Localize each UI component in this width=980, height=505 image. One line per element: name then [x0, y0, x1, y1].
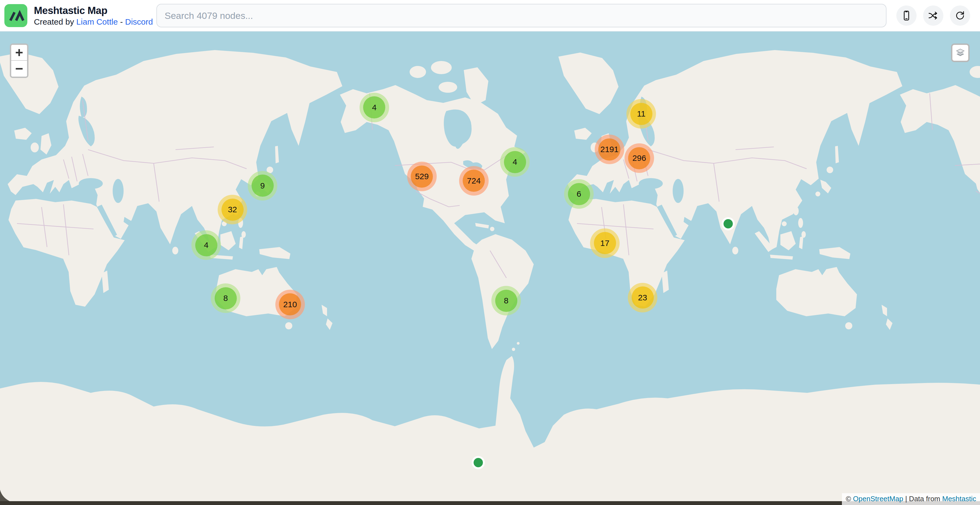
shuffle-icon: [928, 10, 939, 21]
cluster-count: 529: [411, 166, 433, 188]
top-bar: Meshtastic Map Created by Liam Cottle - …: [0, 0, 980, 32]
cluster-marker[interactable]: 4: [191, 230, 221, 260]
cluster-count: 8: [215, 287, 237, 309]
zoom-control: + −: [10, 43, 29, 78]
cluster-marker[interactable]: 2191: [595, 135, 624, 164]
header-buttons: [890, 5, 970, 26]
zoom-in-button[interactable]: +: [11, 45, 27, 61]
cluster-count: 23: [632, 287, 654, 309]
osm-link[interactable]: OpenStreetMap: [853, 495, 904, 503]
meshtastic-logo-icon: [5, 4, 27, 27]
cluster-count: 11: [630, 103, 652, 125]
subtitle: Created by Liam Cottle - Discord: [34, 17, 151, 27]
page-title: Meshtastic Map: [34, 5, 151, 17]
cluster-marker[interactable]: 4: [500, 147, 530, 177]
cluster-count: 17: [594, 232, 616, 254]
refresh-icon: [955, 10, 966, 21]
shuffle-button[interactable]: [923, 5, 943, 26]
subtitle-separator: -: [120, 17, 123, 26]
cluster-marker[interactable]: 6: [564, 179, 593, 209]
refresh-button[interactable]: [950, 5, 970, 26]
cluster-count: 296: [628, 147, 650, 169]
markers-layer: 4112191296452972496321748210823: [0, 32, 980, 505]
author-link[interactable]: Liam Cottle: [76, 17, 118, 26]
node-marker[interactable]: [722, 217, 735, 230]
zoom-out-button[interactable]: −: [11, 61, 27, 76]
cluster-marker[interactable]: 296: [625, 143, 654, 173]
copyright-symbol: ©: [846, 495, 851, 503]
cluster-marker[interactable]: 8: [492, 286, 521, 315]
cluster-count: 32: [221, 199, 243, 221]
mobile-app-button[interactable]: [896, 5, 916, 26]
attribution-middle: | Data from: [905, 495, 940, 503]
map-canvas[interactable]: 4112191296452972496321748210823 + − © Op…: [0, 32, 980, 505]
cluster-count: 2191: [598, 139, 620, 161]
cluster-count: 4: [504, 151, 526, 173]
cluster-count: 9: [251, 175, 274, 197]
cluster-marker[interactable]: 8: [211, 284, 240, 313]
cluster-count: 4: [195, 234, 217, 256]
cluster-marker[interactable]: 529: [407, 162, 437, 191]
cluster-count: 6: [568, 183, 590, 205]
layers-icon: [954, 47, 966, 59]
discord-link[interactable]: Discord: [125, 17, 153, 26]
cluster-count: 8: [495, 290, 517, 312]
mobile-device-icon: [901, 10, 912, 21]
cluster-marker[interactable]: 210: [275, 290, 305, 319]
layers-control[interactable]: [951, 43, 970, 62]
cluster-marker[interactable]: 11: [627, 99, 656, 129]
cluster-marker[interactable]: 9: [248, 171, 277, 201]
created-by-label: Created by: [34, 17, 74, 26]
search-input[interactable]: [156, 4, 886, 27]
cluster-count: 4: [363, 96, 385, 118]
cluster-marker[interactable]: 4: [360, 93, 389, 122]
cluster-marker[interactable]: 32: [218, 195, 247, 224]
title-block: Meshtastic Map Created by Liam Cottle - …: [34, 5, 151, 27]
cluster-marker[interactable]: 17: [590, 228, 620, 258]
cluster-count: 724: [463, 170, 485, 192]
cluster-marker[interactable]: 23: [628, 283, 657, 312]
node-marker[interactable]: [472, 456, 485, 469]
attribution: © OpenStreetMap | Data from Meshtastic: [842, 493, 980, 505]
meshtastic-link[interactable]: Meshtastic: [942, 495, 976, 503]
cluster-count: 210: [279, 293, 301, 315]
cluster-marker[interactable]: 724: [459, 166, 488, 196]
